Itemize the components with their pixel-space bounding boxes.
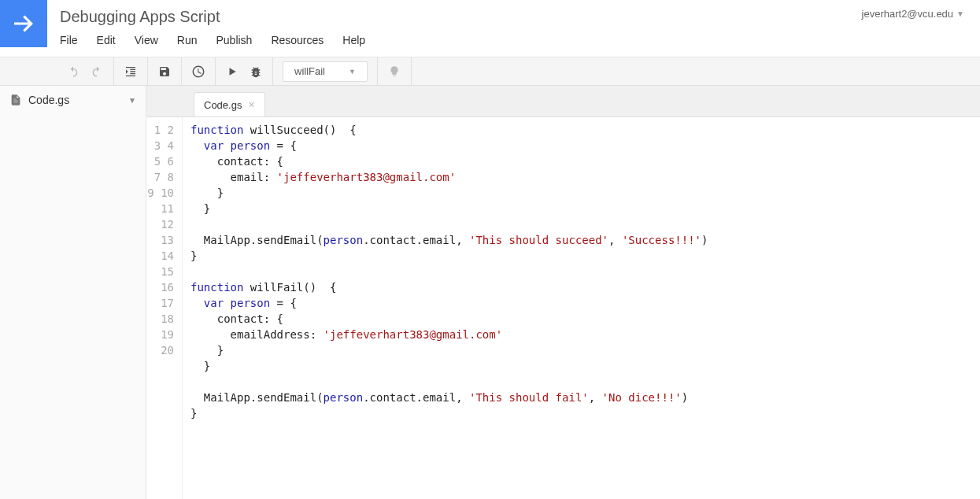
tab-label: Code.gs [204, 99, 242, 111]
redo-icon [91, 65, 103, 78]
sidebar-file-item[interactable]: Code.gs ▼ [0, 86, 146, 114]
account-menu[interactable]: jeverhart2@vcu.edu ▼ [862, 0, 980, 20]
header-main: Debugging Apps Script File Edit View Run… [47, 0, 862, 53]
tab-strip: Code.gs × [146, 86, 980, 117]
editor-area: Code.gs × 1 2 3 4 5 6 7 8 9 10 11 12 13 … [146, 86, 980, 499]
indent-icon [124, 65, 137, 78]
debug-button[interactable] [244, 61, 268, 83]
apps-script-logo[interactable] [0, 0, 47, 47]
function-selected-label: willFail [294, 65, 325, 77]
menu-edit[interactable]: Edit [97, 31, 125, 53]
body: Code.gs ▼ Code.gs × 1 2 3 4 5 6 7 8 9 10… [0, 86, 980, 499]
toolbar: willFail ▼ [0, 57, 980, 86]
account-email: jeverhart2@vcu.edu [862, 8, 954, 20]
file-sidebar: Code.gs ▼ [0, 86, 146, 499]
code-editor[interactable]: 1 2 3 4 5 6 7 8 9 10 11 12 13 14 15 16 1… [146, 117, 980, 499]
save-icon [158, 65, 171, 78]
undo-button[interactable] [61, 61, 85, 83]
file-icon [9, 94, 22, 106]
clock-icon [191, 65, 205, 79]
menu-run[interactable]: Run [177, 31, 207, 53]
line-gutter: 1 2 3 4 5 6 7 8 9 10 11 12 13 14 15 16 1… [146, 117, 183, 499]
sidebar-file-label: Code.gs [28, 94, 69, 106]
header: Debugging Apps Script File Edit View Run… [0, 0, 980, 57]
editor-tab[interactable]: Code.gs × [194, 92, 265, 116]
redo-button[interactable] [85, 61, 109, 83]
caret-down-icon: ▼ [956, 9, 964, 18]
triggers-button[interactable] [187, 61, 210, 83]
play-icon [227, 66, 238, 77]
close-icon[interactable]: × [248, 98, 254, 111]
indent-button[interactable] [119, 61, 142, 83]
undo-icon [67, 65, 80, 78]
save-button[interactable] [153, 61, 176, 83]
arrow-right-icon [9, 9, 38, 38]
hint-button[interactable] [383, 61, 406, 83]
lightbulb-icon [388, 65, 401, 78]
menu-view[interactable]: View [135, 31, 168, 53]
caret-down-icon: ▼ [349, 68, 356, 76]
menu-file[interactable]: File [60, 31, 87, 53]
menu-publish[interactable]: Publish [216, 31, 261, 53]
menu-resources[interactable]: Resources [271, 31, 333, 53]
bug-icon [250, 65, 262, 78]
menu-help[interactable]: Help [342, 31, 375, 53]
code-content[interactable]: function willSucceed() { var person = { … [183, 117, 708, 499]
menubar: File Edit View Run Publish Resources Hel… [60, 31, 862, 53]
function-select[interactable]: willFail ▼ [283, 61, 368, 82]
run-button[interactable] [220, 61, 244, 83]
caret-down-icon: ▼ [128, 96, 136, 105]
project-title[interactable]: Debugging Apps Script [60, 0, 862, 31]
